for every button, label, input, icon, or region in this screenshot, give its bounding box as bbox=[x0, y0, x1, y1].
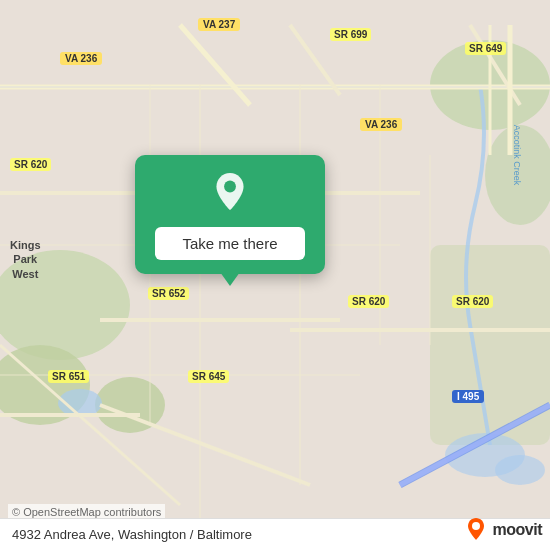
label-sr620-mid: SR 620 bbox=[348, 295, 389, 308]
map-container: VA 237 SR 699 VA 236 SR 649 VA 236 SR 62… bbox=[0, 0, 550, 550]
popup-card: Take me there bbox=[135, 155, 325, 274]
label-sr649: SR 649 bbox=[465, 42, 506, 55]
label-va236-top: VA 236 bbox=[60, 52, 102, 65]
label-sr651: SR 651 bbox=[48, 370, 89, 383]
label-sr620-left: SR 620 bbox=[10, 158, 51, 171]
moovit-logo: moovit bbox=[462, 516, 542, 544]
svg-point-33 bbox=[472, 522, 480, 530]
label-sr699: SR 699 bbox=[330, 28, 371, 41]
label-creek: Accotink Creek bbox=[512, 125, 522, 186]
label-va237: VA 237 bbox=[198, 18, 240, 31]
svg-point-32 bbox=[224, 181, 236, 193]
bottom-bar: 4932 Andrea Ave, Washington / Baltimore … bbox=[0, 518, 550, 550]
location-pin-icon bbox=[208, 173, 252, 217]
label-sr652: SR 652 bbox=[148, 287, 189, 300]
moovit-text: moovit bbox=[493, 521, 542, 539]
take-me-there-button[interactable]: Take me there bbox=[155, 227, 305, 260]
svg-point-9 bbox=[495, 455, 545, 485]
address-text: 4932 Andrea Ave, Washington / Baltimore bbox=[12, 527, 252, 542]
label-sr620-right: SR 620 bbox=[452, 295, 493, 308]
label-i495: I 495 bbox=[452, 390, 484, 403]
label-sr645: SR 645 bbox=[188, 370, 229, 383]
moovit-pin-icon bbox=[462, 516, 490, 544]
label-kings-park-west: KingsParkWest bbox=[10, 238, 41, 281]
label-va236-mid: VA 236 bbox=[360, 118, 402, 131]
